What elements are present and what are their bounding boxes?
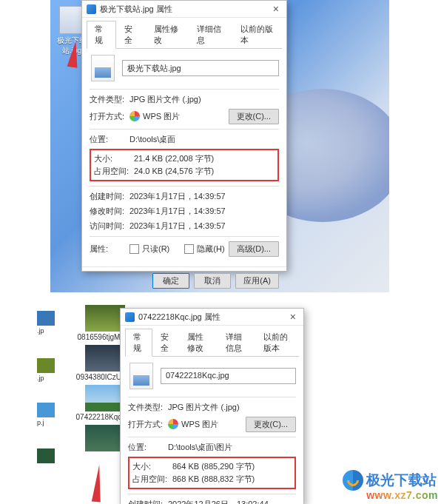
- logo-icon: [343, 470, 363, 491]
- size-highlight-box: 大小: 864 KB (885,290 字节) 占用空间: 868 KB (88…: [128, 457, 296, 489]
- accessed-value: 2023年1月17日，14:39:57: [129, 221, 279, 232]
- tab-prev[interactable]: 以前的版本: [255, 329, 299, 357]
- tab-modify[interactable]: 属性修改: [146, 21, 189, 49]
- titlebar: 极光下载站.jpg 属性 ×: [82, 1, 286, 18]
- disksize-label: 占用空间:: [94, 166, 134, 177]
- dialog-buttons: 确定 取消 应用(A): [82, 266, 286, 292]
- file-icon: [129, 363, 153, 389]
- size-highlight-box: 大小: 21.4 KB (22,008 字节) 占用空间: 24.0 KB (2…: [90, 149, 279, 181]
- location-label: 位置:: [90, 134, 129, 145]
- hidden-label: 隐藏(H): [197, 243, 224, 255]
- red-arrow-icon: [92, 465, 104, 503]
- created-value: 2023年1月17日，14:39:57: [129, 191, 279, 202]
- tab-prev[interactable]: 以前的版本: [232, 21, 282, 49]
- location-label: 位置:: [128, 442, 168, 453]
- watermark-url: www.xz7.com: [366, 489, 438, 501]
- filename-input[interactable]: 07422218Kqc.jpg: [161, 368, 296, 384]
- thumb-image: [85, 305, 125, 332]
- attr-label: 属性:: [90, 243, 129, 255]
- openwith-value: WPS 图片: [129, 111, 229, 122]
- dialog-body: 极光下载站.jpg 文件类型: JPG 图片文件 (.jpg) 打开方式: WP…: [82, 49, 286, 266]
- apply-button[interactable]: 应用(A): [235, 273, 279, 289]
- accessed-label: 访问时间:: [90, 221, 129, 232]
- openwith-label: 打开方式:: [128, 419, 168, 430]
- filetype-label: 文件类型:: [90, 94, 129, 105]
- window-icon: [87, 4, 96, 14]
- tab-security[interactable]: 安全: [152, 329, 180, 357]
- close-icon[interactable]: ×: [270, 3, 282, 15]
- hidden-checkbox[interactable]: [184, 244, 194, 254]
- location-value: D:\tools\桌面: [129, 134, 279, 145]
- tab-modify[interactable]: 属性修改: [179, 329, 217, 357]
- watermark-name: 极光下载站: [366, 471, 437, 490]
- size-value: 864 KB (885,290 字节): [172, 461, 292, 472]
- disksize-value: 24.0 KB (24,576 字节): [134, 166, 275, 177]
- modified-value: 2023年1月17日，14:39:57: [129, 206, 279, 217]
- disksize-value: 868 KB (888,832 字节): [172, 474, 292, 485]
- properties-dialog-2: 07422218Kqc.jpg 属性 × 常规 安全 属性修改 详细信息 以前的…: [120, 308, 304, 504]
- dialog-body: 07422218Kqc.jpg 文件类型: JPG 图片文件 (.jpg) 打开…: [121, 357, 303, 504]
- change-button[interactable]: 更改(C)...: [246, 417, 296, 432]
- ok-button[interactable]: 确定: [152, 273, 189, 289]
- created-value: 2022年12月26日，13:02:44: [168, 499, 296, 504]
- created-label: 创建时间:: [128, 499, 168, 504]
- jpg-icon: [59, 6, 84, 34]
- filename-input[interactable]: 极光下载站.jpg: [122, 60, 279, 76]
- window-title: 极光下载站.jpg 属性: [100, 4, 270, 15]
- thumb-image: [85, 425, 125, 451]
- file-icon: [91, 55, 115, 81]
- wps-icon: [129, 111, 140, 121]
- filetype-label: 文件类型:: [128, 402, 168, 413]
- filetype-value: JPG 图片文件 (.jpg): [129, 94, 279, 105]
- change-button[interactable]: 更改(C)...: [229, 109, 279, 124]
- desktop-background: 极光下载站.jpg 极光下载站.jpg 属性 × 常规 安全 属性修改 详细信息…: [50, 0, 389, 292]
- tab-general[interactable]: 常规: [125, 329, 152, 357]
- openwith-value: WPS 图片: [168, 419, 246, 430]
- filetype-value: JPG 图片文件 (.jpg): [168, 402, 296, 413]
- tab-strip: 常规 安全 属性修改 详细信息 以前的版本: [82, 18, 286, 49]
- location-value: D:\tools\桌面\图片: [168, 442, 296, 453]
- window-icon: [125, 312, 135, 322]
- tab-security[interactable]: 安全: [116, 21, 146, 49]
- disksize-label: 占用空间:: [132, 474, 172, 485]
- tab-general[interactable]: 常规: [87, 21, 116, 49]
- thumb-image: [85, 385, 125, 411]
- wps-icon: [168, 419, 178, 429]
- explorer-background: .jp .jp p.j 0816596tjgM.jpg 0934380ICzU.…: [37, 302, 318, 504]
- size-value: 21.4 KB (22,008 字节): [134, 153, 275, 164]
- watermark: 极光下载站 www.xz7.com: [343, 470, 438, 501]
- properties-dialog-1: 极光下载站.jpg 属性 × 常规 安全 属性修改 详细信息 以前的版本 极光下…: [81, 0, 287, 272]
- size-label: 大小:: [132, 461, 172, 472]
- openwith-label: 打开方式:: [90, 111, 129, 122]
- advanced-button[interactable]: 高级(D)...: [229, 241, 279, 257]
- readonly-checkbox[interactable]: [129, 244, 139, 254]
- created-label: 创建时间:: [90, 191, 129, 202]
- modified-label: 修改时间:: [90, 206, 129, 217]
- window-title: 07422218Kqc.jpg 属性: [138, 312, 287, 323]
- close-icon[interactable]: ×: [287, 311, 299, 323]
- readonly-label: 只读(R): [142, 243, 169, 255]
- titlebar: 07422218Kqc.jpg 属性 ×: [121, 309, 303, 326]
- tab-details[interactable]: 详细信息: [218, 329, 255, 357]
- tab-details[interactable]: 详细信息: [189, 21, 232, 49]
- tab-strip: 常规 安全 属性修改 详细信息 以前的版本: [121, 326, 303, 357]
- thumb-image: [85, 345, 125, 372]
- cancel-button[interactable]: 取消: [194, 273, 231, 289]
- size-label: 大小:: [94, 153, 134, 164]
